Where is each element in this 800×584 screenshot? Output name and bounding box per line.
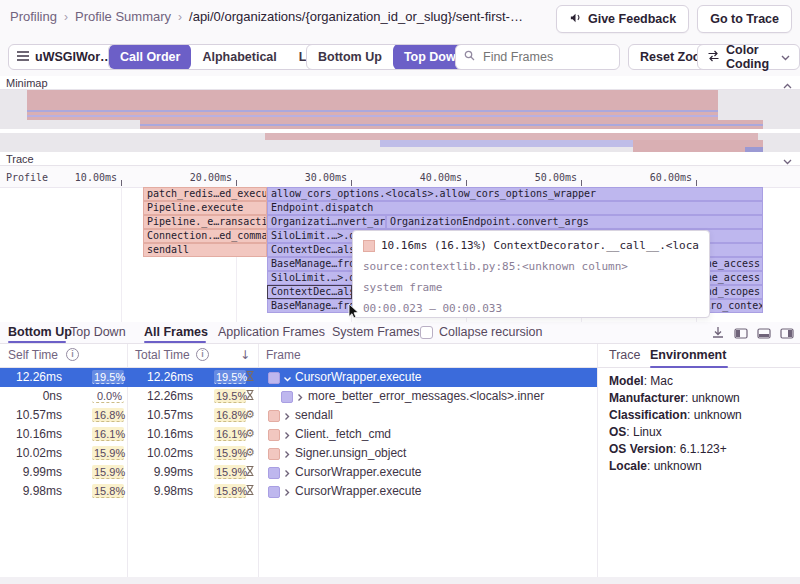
self-time-percent: 15.8% <box>92 484 124 498</box>
hourglass-icon <box>245 484 257 498</box>
total-time-percent: 15.9% <box>214 465 246 479</box>
tab-application-frames[interactable]: Application Frames <box>218 322 325 343</box>
tab-call-order[interactable]: Call Order <box>109 44 191 70</box>
table-row[interactable]: 12.26ms19.5%12.26ms19.5%CursorWrapper.ex… <box>0 368 597 387</box>
table-row[interactable]: 9.98ms15.8%9.98ms15.8%CursorWrapper.exec… <box>0 482 597 501</box>
layout-right-icon[interactable] <box>780 325 794 343</box>
self-time-value: 10.02ms <box>16 446 62 460</box>
self-time-percent: 15.9% <box>92 446 124 460</box>
flame-frame[interactable]: patch_redis…ed_execute <box>143 187 267 201</box>
flame-frame[interactable]: allow_cors_options.<locals>.allow_cors_o… <box>267 187 763 201</box>
frame-color-swatch <box>268 372 280 384</box>
search-input[interactable] <box>481 49 646 65</box>
hourglass-icon <box>245 370 257 384</box>
chevron-right-icon[interactable] <box>283 429 291 443</box>
breadcrumb-separator-icon: › <box>178 10 182 24</box>
tab-environment-details[interactable]: Environment <box>650 348 726 362</box>
download-icon[interactable] <box>711 325 725 343</box>
give-feedback-button[interactable]: Give Feedback <box>556 5 689 33</box>
total-time-column-header[interactable]: Total Time <box>135 348 190 362</box>
breadcrumb-profiling[interactable]: Profiling <box>10 9 57 24</box>
frame-name[interactable]: CursorWrapper.execute <box>295 465 422 479</box>
table-row[interactable]: 10.57ms16.8%10.57ms16.8%⚙sendall <box>0 406 597 425</box>
chevron-right-icon[interactable] <box>283 448 291 462</box>
layout-left-icon[interactable] <box>734 325 748 343</box>
flame-frame[interactable]: Pipeline._e…ransaction <box>143 215 267 229</box>
axis-tick-label: 50.00ms <box>531 172 577 183</box>
sort-descending-icon[interactable]: ↓ <box>240 348 250 362</box>
table-row[interactable]: 10.02ms15.9%10.02ms15.9%⚙Signer.unsign_o… <box>0 444 597 463</box>
frame-color-swatch <box>363 240 375 252</box>
flame-frame[interactable]: Organizati…nvert_args <box>267 215 386 229</box>
self-time-percent: 19.5% <box>92 370 124 384</box>
hourglass-icon <box>245 465 257 479</box>
frame-name[interactable]: more_better_error_messages.<locals>.inne… <box>308 389 544 403</box>
flame-frame[interactable]: ContextDec…als>.i <box>267 285 352 299</box>
self-time-value: 0ns <box>43 389 62 403</box>
minimap-band <box>380 140 633 147</box>
go-to-trace-button[interactable]: Go to Trace <box>697 5 792 33</box>
gear-icon: ⚙ <box>245 446 257 460</box>
frame-name[interactable]: Signer.unsign_object <box>295 446 406 460</box>
frame-color-swatch <box>281 391 293 403</box>
find-frames-search[interactable]: i <box>455 44 620 70</box>
breadcrumb-separator-icon: › <box>64 10 68 24</box>
total-time-percent: 15.9% <box>214 446 246 460</box>
table-row[interactable]: 0ns0.0%12.26ms19.5%more_better_error_mes… <box>0 387 597 406</box>
color-coding-button[interactable]: Color Coding <box>697 44 800 70</box>
collapse-recursion-checkbox[interactable] <box>420 326 433 339</box>
minimap-band <box>140 124 763 126</box>
self-time-percent: 16.1% <box>92 427 124 441</box>
chevron-down-icon <box>781 50 790 64</box>
flame-frame[interactable]: OrganizationEndpoint.convert_args <box>386 215 763 229</box>
self-time-column-header[interactable]: Self Time <box>8 348 58 362</box>
flame-frame[interactable]: Endpoint.dispatch <box>267 201 763 215</box>
self-time-value: 10.16ms <box>16 427 62 441</box>
megaphone-icon <box>569 11 582 27</box>
tooltip-title: 10.16ms (16.13%) ContextDecorator.__call… <box>381 239 699 252</box>
tab-bottom-up[interactable]: Bottom Up <box>307 44 393 70</box>
table-row[interactable]: 10.16ms16.1%10.16ms16.1%⚙Client._fetch_c… <box>0 425 597 444</box>
self-time-value: 9.98ms <box>23 484 62 498</box>
chevron-down-icon[interactable] <box>783 154 792 168</box>
axis-tick-label: 60.00ms <box>646 172 692 183</box>
frame-color-swatch <box>268 429 280 441</box>
chevron-down-icon[interactable] <box>283 372 292 386</box>
axis-tick-label: 40.00ms <box>416 172 462 183</box>
flame-frame[interactable]: sendall <box>143 243 267 257</box>
tab-bottom-up-table[interactable]: Bottom Up <box>8 322 72 343</box>
frame-name[interactable]: CursorWrapper.execute <box>295 370 422 384</box>
minimap-canvas[interactable] <box>0 90 800 152</box>
frame-name[interactable]: sendall <box>295 408 333 422</box>
detail-manufacturer: Manufacturer: unknown <box>609 391 794 405</box>
gear-icon: ⚙ <box>245 427 257 441</box>
layout-bottom-icon[interactable] <box>757 325 771 343</box>
axis-tick-mark <box>121 180 122 186</box>
flame-frame[interactable]: Connection.…ed_command <box>143 229 267 243</box>
total-time-percent: 16.8% <box>214 408 246 422</box>
chevron-right-icon[interactable] <box>283 486 291 500</box>
chevron-right-icon[interactable] <box>283 467 291 481</box>
tab-trace-details[interactable]: Trace <box>609 348 641 362</box>
gear-icon: ⚙ <box>245 408 257 422</box>
tab-alphabetical[interactable]: Alphabetical <box>191 44 287 70</box>
frame-name[interactable]: Client._fetch_cmd <box>295 427 391 441</box>
trace-header[interactable]: Trace <box>0 152 800 166</box>
chevron-right-icon[interactable] <box>296 391 304 405</box>
flame-frame[interactable]: Pipeline.execute <box>143 201 267 215</box>
frame-name[interactable]: CursorWrapper.execute <box>295 484 422 498</box>
tab-all-frames[interactable]: All Frames <box>144 322 208 343</box>
self-time-percent: 16.8% <box>92 408 124 422</box>
minimap-header[interactable]: Minimap <box>0 76 800 90</box>
panel-divider[interactable] <box>597 344 598 577</box>
table-row[interactable]: 9.99ms15.9%9.99ms15.9%CursorWrapper.exec… <box>0 463 597 482</box>
tab-top-down-table[interactable]: Top Down <box>70 322 126 343</box>
axis-tick-mark <box>696 180 697 186</box>
collapse-recursion-label[interactable]: Collapse recursion <box>439 322 543 343</box>
minimap-band <box>265 133 758 140</box>
breadcrumb-profile-summary[interactable]: Profile Summary <box>75 9 171 24</box>
tab-system-frames[interactable]: System Frames <box>332 322 420 343</box>
chevron-right-icon[interactable] <box>283 410 291 424</box>
frame-color-swatch <box>268 448 280 460</box>
frame-column-header[interactable]: Frame <box>266 348 301 362</box>
